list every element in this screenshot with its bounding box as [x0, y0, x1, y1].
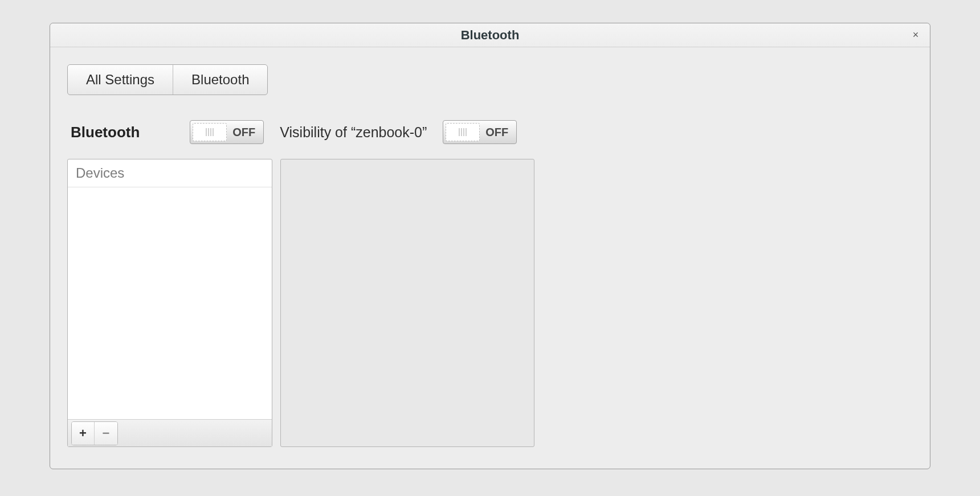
plus-icon: +	[79, 426, 87, 441]
add-device-button[interactable]: +	[72, 422, 95, 445]
minus-icon: −	[103, 426, 110, 441]
bluetooth-toggle-state: OFF	[229, 126, 263, 139]
titlebar: Bluetooth ×	[50, 23, 930, 47]
controls-row: Bluetooth OFF Visibility of “zenbook-0” …	[71, 120, 913, 144]
breadcrumb-bluetooth[interactable]: Bluetooth	[173, 65, 267, 95]
panels-row: Devices + −	[67, 159, 913, 447]
devices-header: Devices	[68, 159, 272, 187]
devices-toolbar: + −	[68, 419, 272, 446]
breadcrumb-all-settings[interactable]: All Settings	[68, 65, 173, 95]
breadcrumb: All Settings Bluetooth	[67, 64, 268, 95]
window-title: Bluetooth	[461, 28, 520, 43]
devices-panel: Devices + −	[67, 159, 272, 447]
content-area: All Settings Bluetooth Bluetooth OFF Vis…	[50, 47, 930, 464]
toggle-handle-icon	[446, 123, 480, 141]
bluetooth-settings-window: Bluetooth × All Settings Bluetooth Bluet…	[50, 23, 930, 469]
device-detail-panel	[280, 159, 534, 447]
toggle-handle-icon	[193, 123, 227, 141]
toolbar-button-group: + −	[71, 421, 118, 445]
devices-list	[68, 187, 272, 419]
bluetooth-label: Bluetooth	[71, 124, 140, 141]
visibility-toggle[interactable]: OFF	[443, 120, 517, 144]
remove-device-button[interactable]: −	[95, 422, 117, 445]
visibility-toggle-state: OFF	[482, 126, 516, 139]
bluetooth-toggle[interactable]: OFF	[190, 120, 264, 144]
close-icon[interactable]: ×	[909, 29, 922, 42]
visibility-label: Visibility of “zenbook-0”	[280, 124, 427, 141]
